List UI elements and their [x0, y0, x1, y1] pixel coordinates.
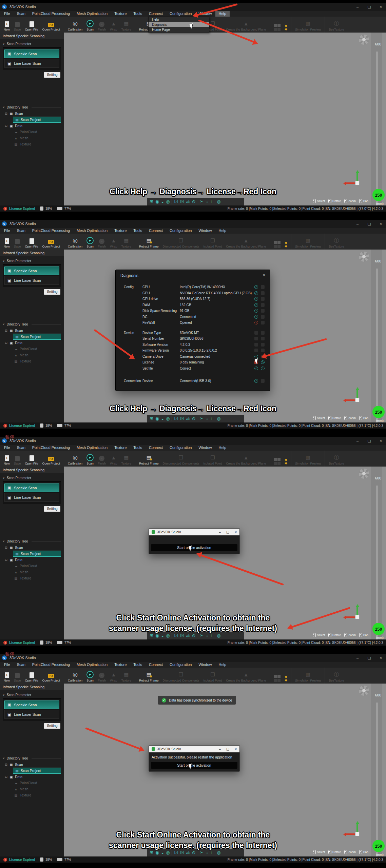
- minimize-icon[interactable]: –: [219, 530, 221, 534]
- tree-node-scan-project[interactable]: ▤Scan Project: [9, 334, 64, 340]
- scan-mode-speckle-scan[interactable]: ▣Speckle Scan: [4, 484, 59, 492]
- toolbar-button-open-file[interactable]: Open File: [23, 668, 40, 684]
- toolbar-button-open-file[interactable]: Open File: [23, 17, 40, 33]
- aperture-icon[interactable]: [359, 686, 369, 696]
- close-icon[interactable]: ×: [380, 656, 382, 660]
- eye-icon[interactable]: ◎: [166, 415, 170, 422]
- minimize-icon[interactable]: –: [356, 439, 359, 443]
- 3d-viewport[interactable]: 600 150 (mm) SelectRotateZoomPan ⊞◉◒◎☑☒⇄…: [64, 33, 386, 205]
- lasso-icon[interactable]: ◌: [206, 415, 208, 422]
- maximize-icon[interactable]: ▢: [367, 222, 371, 226]
- scan-mode-line-laser-scan[interactable]: ▣Line Laser Scan: [4, 276, 59, 285]
- menu-item-pointcloud-processing[interactable]: PointCloud Processing: [29, 445, 73, 451]
- tree-node-pointcloud[interactable]: ☁PointCloud: [9, 563, 64, 569]
- menu-item-tools[interactable]: Tools: [130, 228, 146, 234]
- menu-item-scan[interactable]: Scan: [14, 662, 29, 668]
- menu-item-scan[interactable]: Scan: [14, 228, 29, 234]
- menu-item-texture[interactable]: Texture: [111, 11, 130, 17]
- menu-item-tools[interactable]: Tools: [130, 662, 146, 668]
- close-icon[interactable]: ×: [380, 439, 382, 443]
- scan-mode-line-laser-scan[interactable]: ▣Line Laser Scan: [4, 493, 59, 502]
- scan-parameter-header[interactable]: ∨ Scan Parameter: [3, 476, 61, 480]
- menu-item-connect[interactable]: Connect: [146, 228, 166, 234]
- toolbar-button-calibration[interactable]: ◎Calibration: [66, 451, 84, 467]
- directory-tree-header[interactable]: ∨ Directory Tree: [3, 105, 61, 109]
- menu-item-tools[interactable]: Tools: [130, 11, 146, 17]
- select-confirm-icon[interactable]: ☑: [174, 198, 178, 205]
- tree-node-scan-project[interactable]: ▤Scan Project: [9, 551, 64, 557]
- toolbar-button-scan[interactable]: ▶Scan: [84, 234, 96, 250]
- setting-button[interactable]: Setting: [44, 723, 60, 729]
- tree-node-scan[interactable]: ⊟▦Scan: [4, 328, 64, 334]
- collapse-icon[interactable]: ⊟: [4, 546, 8, 549]
- menu-item-texture[interactable]: Texture: [111, 445, 130, 451]
- distance-slider-bar[interactable]: [376, 52, 378, 205]
- scan-mode-speckle-scan[interactable]: ▣Speckle Scan: [4, 701, 59, 709]
- maximize-icon[interactable]: ▢: [367, 439, 371, 443]
- minimize-icon[interactable]: –: [356, 5, 359, 9]
- refresh-icon[interactable]: ↻: [261, 360, 265, 364]
- scan-parameter-header[interactable]: ∨ Scan Parameter: [3, 693, 61, 697]
- polyline-icon[interactable]: ∟: [210, 415, 215, 422]
- tree-node-mesh[interactable]: ▲Mesh: [9, 786, 64, 792]
- tree-node-scan[interactable]: ⊟▦Scan: [4, 762, 64, 768]
- menu-item-texture[interactable]: Texture: [111, 228, 130, 234]
- menu-item-scan[interactable]: Scan: [14, 445, 29, 451]
- help-menu-item-diagnosis[interactable]: Diagnosis: [149, 22, 209, 27]
- tree-node-data[interactable]: ⊟▣Data: [4, 774, 64, 780]
- tree-node-mesh[interactable]: ▲Mesh: [9, 352, 64, 358]
- directory-tree-header[interactable]: ∨ Directory Tree: [3, 756, 61, 760]
- toolbar-button-calibration[interactable]: ◎Calibration: [66, 668, 84, 684]
- minimize-icon[interactable]: –: [219, 747, 221, 751]
- menu-item-configuration[interactable]: Configuration: [166, 228, 195, 234]
- maximize-icon[interactable]: ▢: [226, 530, 229, 534]
- menu-item-tools[interactable]: Tools: [130, 445, 146, 451]
- collapse-icon[interactable]: ⊟: [4, 763, 8, 766]
- menu-item-help[interactable]: Help: [215, 445, 230, 451]
- scissors-icon[interactable]: ✂: [200, 198, 204, 205]
- aperture-icon[interactable]: [359, 469, 369, 479]
- menu-item-pointcloud-processing[interactable]: PointCloud Processing: [29, 662, 73, 668]
- toolbar-button-fill-yellow[interactable]: ◆◆: [283, 668, 289, 684]
- tree-node-texture[interactable]: ▦Texture: [9, 358, 64, 364]
- toolbar-button-calibration[interactable]: ◎Calibration: [66, 234, 84, 250]
- setting-button[interactable]: Setting: [44, 289, 60, 295]
- setting-button[interactable]: Setting: [44, 506, 60, 512]
- toolbar-button-retract-frame[interactable]: ▤Retract Frame: [137, 668, 161, 684]
- menu-item-connect[interactable]: Connect: [146, 11, 166, 17]
- aperture-icon[interactable]: [359, 252, 369, 262]
- menu-item-file[interactable]: File: [1, 662, 14, 668]
- collapse-icon[interactable]: ⊟: [4, 558, 8, 561]
- toolbar-button-retract-frame[interactable]: ▤Retract Frame: [137, 451, 161, 467]
- menu-item-mesh-optimization[interactable]: Mesh Optimization: [73, 445, 111, 451]
- lasso-icon[interactable]: ◌: [206, 198, 208, 205]
- tree-node-texture[interactable]: ▦Texture: [9, 141, 64, 147]
- close-icon[interactable]: ×: [235, 530, 237, 534]
- menu-item-file[interactable]: File: [1, 11, 14, 17]
- toolbar-button-open-project[interactable]: PJOpen Project: [40, 451, 62, 467]
- eye-icon[interactable]: ◎: [166, 198, 170, 205]
- menu-item-pointcloud-processing[interactable]: PointCloud Processing: [29, 228, 73, 234]
- toolbar-button-scan[interactable]: ▶Scan: [84, 17, 96, 33]
- color-wheel-icon[interactable]: ◍: [217, 415, 220, 422]
- menu-item-connect[interactable]: Connect: [146, 445, 166, 451]
- menu-item-texture[interactable]: Texture: [111, 662, 130, 668]
- toolbar-button-fill-yellow[interactable]: ◆◆: [283, 234, 289, 250]
- delete-icon[interactable]: ⊘: [192, 198, 196, 205]
- menu-item-help[interactable]: Help: [215, 662, 230, 668]
- maximize-icon[interactable]: ▢: [226, 747, 229, 751]
- maximize-icon[interactable]: ▢: [367, 5, 371, 9]
- menu-item-configuration[interactable]: Configuration: [166, 445, 195, 451]
- menu-item-window[interactable]: Window: [195, 445, 215, 451]
- scan-parameter-header[interactable]: ∨ Scan Parameter: [3, 42, 61, 46]
- distance-slider-bar[interactable]: [376, 269, 378, 422]
- minimize-icon[interactable]: –: [356, 656, 359, 660]
- toolbar-button-fill-yellow[interactable]: ◆◆: [283, 17, 289, 33]
- collapse-icon[interactable]: ⊟: [4, 775, 8, 778]
- aperture-icon[interactable]: [359, 35, 369, 45]
- start-online-activation-button[interactable]: Start online activation: [151, 544, 237, 551]
- fit-view-icon[interactable]: ⊞: [150, 198, 153, 205]
- select-confirm-icon[interactable]: ☑: [174, 415, 178, 422]
- toolbar-button-new[interactable]: +New: [2, 451, 12, 467]
- tree-node-data[interactable]: ⊟▣Data: [4, 340, 64, 346]
